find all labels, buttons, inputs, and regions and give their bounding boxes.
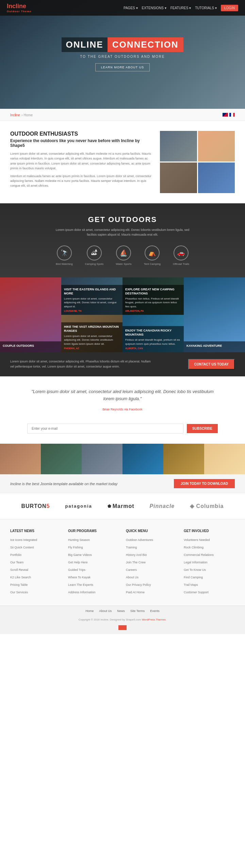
newsletter-subscribe-button[interactable]: SUBSCRIBE [187, 424, 218, 433]
testimonial-quote: "Lorem ipsum dolor sit amet, consectetur… [27, 388, 218, 403]
activity-side-left: COUPLE OUTDOORS [0, 277, 61, 352]
footer-link-prog-3[interactable]: Get Help Here [68, 561, 88, 564]
nav-tutorials[interactable]: TUTORIALS ▾ [195, 6, 217, 10]
site-logo[interactable]: Incline Outdoor Theme [7, 3, 32, 13]
brand-columbia: ◈ Columbia [190, 503, 224, 509]
icon-water-sports: ⛵ Water Sports [116, 245, 131, 266]
bird-watching-label: Bird Watching [56, 262, 73, 266]
footer-bottom-link-siteterms[interactable]: Site Terms [130, 609, 145, 613]
flag-uk[interactable] [223, 113, 228, 117]
testimonial-cite: Brian Reynolds via Facebook [102, 408, 142, 411]
contact-banner: Lorem ipsum dolor sit amet, consectetur … [0, 352, 245, 376]
footer-link-prog-7[interactable]: Address Information [68, 591, 96, 594]
breadcrumb-current: Home [23, 113, 33, 117]
footer-link-quick-0[interactable]: Outdoor Adventures [126, 538, 153, 542]
footer-link-inv-1[interactable]: Rock Climbing [184, 546, 203, 549]
footer-link-quick-1[interactable]: Training [126, 546, 137, 549]
outdoors-desc: Lorem ipsum dolor sit amet, consectetur … [54, 227, 191, 237]
water-sports-icon: ⛵ [116, 245, 131, 260]
photo-strip-4 [122, 444, 163, 474]
about-heading: OUTDOOR ENTHUSIASTS [10, 131, 153, 137]
flag-fr[interactable] [229, 113, 235, 117]
footer-link-prog-2[interactable]: Big Game Videos [68, 553, 92, 557]
footer-link-prog-4[interactable]: Guided Trips [68, 568, 85, 572]
footer-link-quick-2[interactable]: History And Bio [126, 553, 147, 557]
wordpress-themes-link[interactable]: WordPress Themes [142, 618, 166, 621]
about-image-2 [198, 131, 235, 161]
offroad-trails-label: Offroad Trails [173, 262, 189, 266]
footer-col-programs: OUR PROGRAMS Hunting Season Fly Fishing … [68, 529, 119, 596]
footer-col-links-involved: Volunteers Needed Rock Climbing Commerci… [184, 536, 235, 595]
hero-cta-button[interactable]: LEARN MORE ABOUT US [95, 63, 150, 71]
footer-link-quick-6[interactable]: Our Privacy Policy [126, 583, 151, 586]
hero-title: ONLINE CONNECTION [62, 37, 183, 52]
footer-link-inv-7[interactable]: Customer Support [184, 591, 209, 594]
footer-link-news-4[interactable]: Scroll Reveal [10, 568, 28, 572]
about-para1: Lorem ipsum dolor sit amet, consectetur … [10, 151, 153, 171]
outdoors-heading: GET OUTDOORS [10, 215, 235, 224]
icon-tent-camping: ⛺ Tent Camping [144, 245, 161, 266]
activity-top-right-desc: Phasellus non tellus. Finibus sit amet b… [125, 297, 181, 308]
photo-strip-3 [82, 444, 122, 474]
about-image-1 [160, 131, 197, 161]
footer-link-inv-5[interactable]: Find Camping [184, 576, 203, 579]
about-para2: Interdum et malesuada fames ac ante ipsu… [10, 174, 153, 188]
footer-link-prog-1[interactable]: Fly Fishing [68, 546, 83, 549]
footer-link-news-2[interactable]: Portfolio [10, 553, 21, 557]
footer-bottom-link-home[interactable]: Home [85, 609, 94, 613]
footer-link-quick-7[interactable]: Paid At Home [126, 591, 145, 594]
footer-bottom-link-news[interactable]: News [117, 609, 125, 613]
nav-login-button[interactable]: LOGIN [221, 5, 238, 11]
nav-extensions[interactable]: EXTENSIONS ▾ [142, 6, 166, 10]
activity-top-right-title: EXPLORE GREAT NEW CAMPING DESTINATIONS [125, 288, 181, 295]
join-download-button[interactable]: JOIN TODAY TO DOWNLOAD [174, 479, 235, 488]
camping-spots-label: Camping Spots [85, 262, 104, 266]
about-image-3 [160, 163, 197, 193]
icon-bird-watching: 🔭 Bird Watching [56, 245, 73, 266]
footer-link-inv-2[interactable]: Commercial Relations [184, 553, 214, 557]
activity-top-left-title: VISIT THE EASTERN ISLANDS AND MORE [64, 288, 120, 295]
footer-link-news-1[interactable]: Sii Quick Content [10, 546, 34, 549]
footer-link-inv-4[interactable]: Get To Know Us [184, 568, 206, 572]
tent-camping-label: Tent Camping [144, 262, 161, 266]
footer-link-quick-5[interactable]: About Us [126, 576, 138, 579]
footer-link-prog-5[interactable]: Where To Kayak [68, 576, 91, 579]
footer-link-prog-0[interactable]: Hunting Season [68, 538, 90, 542]
footer-link-quick-3[interactable]: Join The Crew [126, 561, 146, 564]
activity-bot-right-tag: ALBERTA, CAN [125, 347, 181, 350]
footer-col-heading-news: LATEST NEWS [10, 529, 61, 533]
brand-marmot: ⬟ Marmot [108, 503, 134, 509]
activity-bot-left: HIKE THE VAST ARIZONA MOUNTAIN RANGES Lo… [61, 315, 122, 352]
about-section: OUTDOOR ENTHUSIASTS Experience the outdo… [0, 121, 245, 203]
testimonial-section: "Lorem ipsum dolor sit amet, consectetur… [0, 376, 245, 424]
nav-pages[interactable]: PAGES ▾ [124, 6, 138, 10]
footer-bottom-link-about[interactable]: About Us [99, 609, 112, 613]
activity-left-overlay: COUPLE OUTDOORS [0, 341, 61, 352]
footer-link-news-5[interactable]: K2 Like Search [10, 576, 31, 579]
nav-links: PAGES ▾ EXTENSIONS ▾ FEATURES ▾ TUTORIAL… [124, 5, 238, 11]
footer-red-square [118, 625, 127, 630]
footer-link-inv-6[interactable]: Trail Maps [184, 583, 198, 586]
nav-features[interactable]: FEATURES ▾ [170, 6, 191, 10]
footer-link-inv-3[interactable]: Legal Information [184, 561, 208, 564]
footer-link-quick-4[interactable]: Careers [126, 568, 137, 572]
bird-watching-icon: 🔭 [57, 245, 72, 260]
water-sports-label: Water Sports [116, 262, 131, 266]
footer-link-news-0[interactable]: Ice Icons Integrated [10, 538, 37, 542]
footer-link-news-7[interactable]: Our Services [10, 591, 28, 594]
photo-strip-6 [204, 444, 245, 474]
footer-link-prog-6[interactable]: Learn The Experts [68, 583, 93, 586]
brand-pinnacle: Pinnacle [149, 503, 175, 509]
breadcrumb-home[interactable]: Incline [10, 113, 20, 117]
footer-bottom-link-events[interactable]: Events [150, 609, 160, 613]
activity-bot-right: ENJOY THE CANADIAN ROCKY MOUNTAINS Finib… [122, 315, 184, 352]
footer-col-quick-menu: QUICK MENU Outdoor Adventures Training H… [126, 529, 177, 596]
contact-us-button[interactable]: CONTACT US TODAY [188, 359, 235, 370]
hero-title-plain: ONLINE [62, 37, 107, 52]
footer-col-heading-involved: GET INVOLVED [184, 529, 235, 533]
newsletter-email-input[interactable] [27, 424, 183, 433]
footer-link-news-3[interactable]: Our Team [10, 561, 23, 564]
footer-link-inv-0[interactable]: Volunteers Needed [184, 538, 210, 542]
footer-bottom-links: Home About Us News Site Terms Events [0, 606, 245, 616]
footer-link-news-6[interactable]: Pricing Table [10, 583, 28, 586]
